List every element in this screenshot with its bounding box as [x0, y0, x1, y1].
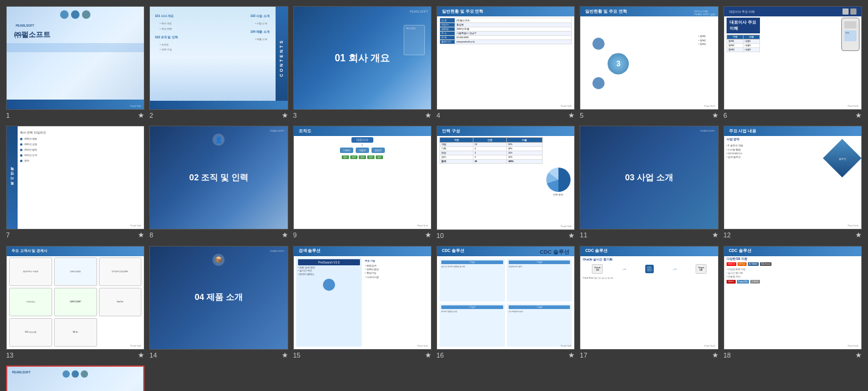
slide-star-9: ★: [425, 231, 432, 239]
slide-wrapper-1: PEARLSOFT ㈜펄소프트 Pearl Soft 1 ★: [6, 6, 144, 121]
slide-grid: PEARLSOFT ㈜펄소프트 Pearl Soft 1 ★ CONTENTS …: [6, 6, 862, 391]
slide-number-1: 1: [6, 112, 10, 119]
slide-wrapper-2: CONTENTS 101 사사 개요 • 회사 개요 • 주요 연혁 102 조…: [149, 6, 288, 121]
slide-star-7: ★: [138, 231, 144, 239]
slide-wrapper-17: CDC 솔루션 Oracle 실시간 동기화 OracleDB → CDC엔진 …: [580, 246, 718, 361]
slide-wrapper-12: 주요 사업 내용 사업 영역 • IT 솔루션 개발 • 시스템 통합 • 데이…: [724, 126, 862, 240]
slide-wrapper-18: CDC 솔루션 다양한 DB 지원 ORACLE MYSQL ALTIBASE …: [724, 246, 862, 361]
slide-number-11: 11: [580, 231, 587, 239]
slide-number-15: 15: [293, 352, 300, 359]
slide-number-9: 9: [293, 231, 297, 239]
slide-footer-11: 11 ★: [580, 229, 718, 240]
slide-1[interactable]: PEARLSOFT ㈜펄소프트 Pearl Soft: [6, 6, 144, 110]
slide-15[interactable]: 검색 솔루션 ProSearch V2.0 • 전문 검색 엔진• 실시간 색인…: [293, 246, 432, 350]
slide-wrapper-11: PEARLSOFT 03 사업 소개 11 ★: [580, 126, 718, 240]
slide-wrapper-13: 주요 고객사 및 관계사 충남대학교 의료원 강북삼성병원 한국방위산업진흥회 …: [6, 246, 144, 361]
slide-5[interactable]: 일반현황 및 주요 연혁 2015년 12월PEARL SOFT 설립 3 • …: [580, 6, 718, 110]
slide-footer-13: 13 ★: [6, 350, 144, 361]
slide-star-14: ★: [282, 351, 288, 359]
slide-footer-14: 14 ★: [149, 350, 288, 361]
slide-wrapper-4: 일반현황 및 주요 연혁 상 호(주)펄소프트 대표자홍길동 설립일2000년 …: [436, 6, 575, 121]
slide-17[interactable]: CDC 솔루션 Oracle 실시간 동기화 OracleDB → CDC엔진 …: [580, 246, 718, 350]
slide-star-13: ★: [138, 351, 144, 359]
slide-footer-6: 6 ★: [724, 110, 862, 121]
slide-18[interactable]: CDC 솔루션 다양한 DB 지원 ORACLE MYSQL ALTIBASE …: [724, 246, 862, 350]
slide-number-12: 12: [724, 231, 731, 239]
slide-star-2: ★: [282, 111, 288, 120]
slide-number-13: 13: [6, 352, 13, 359]
slide-wrapper-8: PEARLSOFT 👤 02 조직 및 인력 8 ★: [149, 126, 288, 240]
slide-star-8: ★: [282, 231, 288, 239]
slide-star-18: ★: [855, 351, 862, 359]
slide-star-4: ★: [568, 111, 575, 120]
slide-star-16: ★: [568, 351, 575, 359]
slide-number-2: 2: [149, 112, 153, 119]
slide-footer-2: 2 ★: [149, 110, 288, 121]
slide-3[interactable]: PEARLSOFT 01 회사 개요 회사개요: [293, 6, 432, 110]
slide-wrapper-7: 회사연혁 회사 연혁 타임라인 2000년 창립 2005년 성장 2010년 …: [6, 126, 144, 240]
slide-10[interactable]: 인력 구성 구분인원비율 개발1050% 기획420% 영업315% 관리315…: [436, 126, 575, 229]
slide-wrapper-5: 일반현황 및 주요 연혁 2015년 12월PEARL SOFT 설립 3 • …: [580, 6, 718, 121]
slide-19[interactable]: PEARLSOFT CONTACT ✉ 이메일info@pearl.co.kr …: [6, 365, 144, 391]
slide-wrapper-6: 대표이사 주요 이해 대표이사 주요 이해 구분내용 항목1내용1 항목2내용2…: [724, 6, 862, 121]
slide-11[interactable]: PEARLSOFT 03 사업 소개: [580, 126, 718, 229]
slide-number-14: 14: [149, 352, 157, 359]
slide-footer-3: 3 ★: [293, 110, 432, 121]
slide-number-5: 5: [580, 112, 583, 119]
slide-footer-15: 15 ★: [293, 350, 432, 361]
slide-footer-17: 17 ★: [580, 350, 718, 361]
slide-number-6: 6: [724, 112, 727, 119]
slide-footer-8: 8 ★: [149, 229, 288, 240]
slide-star-10: ★: [568, 231, 575, 240]
slide-wrapper-10: 인력 구성 구분인원비율 개발1050% 기획420% 영업315% 관리315…: [436, 126, 575, 240]
slide-star-6: ★: [855, 111, 862, 120]
slide-wrapper-9: 조직도 대표이사 기획부 개발부 영업부 팀1 팀2: [293, 126, 432, 240]
slide-wrapper-15: 검색 솔루션 ProSearch V2.0 • 전문 검색 엔진• 실시간 색인…: [293, 246, 432, 361]
slide-number-8: 8: [149, 231, 153, 239]
slide-number-17: 17: [580, 352, 587, 359]
slide-wrapper-16: CDC 솔루션 CDC 솔루션 기능1 실시간 데이터 변환 및 동기화 기능2…: [436, 246, 575, 361]
slide-12[interactable]: 주요 사업 내용 사업 영역 • IT 솔루션 개발 • 시스템 통합 • 데이…: [724, 126, 862, 229]
slide-number-4: 4: [436, 112, 440, 119]
slide-footer-18: 18 ★: [724, 350, 862, 361]
slide-footer-4: 4 ★: [436, 110, 575, 121]
slide-9[interactable]: 조직도 대표이사 기획부 개발부 영업부 팀1 팀2: [293, 126, 432, 229]
slide-wrapper-3: PEARLSOFT 01 회사 개요 회사개요 3 ★: [293, 6, 432, 121]
slide-star-1: ★: [138, 111, 144, 120]
slide-7[interactable]: 회사연혁 회사 연혁 타임라인 2000년 창립 2005년 성장 2010년 …: [6, 126, 144, 229]
slide-footer-16: 16 ★: [436, 350, 575, 361]
slide-number-10: 10: [436, 232, 444, 239]
slide-number-3: 3: [293, 112, 297, 119]
slide-star-5: ★: [712, 111, 719, 120]
slide-number-18: 18: [724, 352, 731, 359]
slide-star-12: ★: [855, 231, 862, 239]
slide-number-16: 16: [436, 352, 444, 359]
slide-footer-9: 9 ★: [293, 229, 432, 240]
slide-16[interactable]: CDC 솔루션 CDC 솔루션 기능1 실시간 데이터 변환 및 동기화 기능2…: [436, 246, 575, 350]
slide-2[interactable]: CONTENTS 101 사사 개요 • 회사 개요 • 주요 연혁 102 조…: [149, 6, 288, 110]
slide-star-3: ★: [425, 111, 432, 120]
slide-footer-12: 12 ★: [724, 229, 862, 240]
slide-footer-5: 5 ★: [580, 110, 718, 121]
slide-wrapper-14: PEARLSOFT 📦 04 제품 소개 14 ★: [149, 246, 288, 361]
slide-14[interactable]: PEARLSOFT 📦 04 제품 소개: [149, 246, 288, 350]
slide-star-11: ★: [712, 231, 719, 239]
slide-4[interactable]: 일반현황 및 주요 연혁 상 호(주)펄소프트 대표자홍길동 설립일2000년 …: [436, 6, 575, 110]
slide-8[interactable]: PEARLSOFT 👤 02 조직 및 인력: [149, 126, 288, 229]
slide-star-17: ★: [712, 351, 719, 359]
slide-footer-1: 1 ★: [6, 110, 144, 121]
slide-footer-7: 7 ★: [6, 229, 144, 240]
slide-wrapper-19: PEARLSOFT CONTACT ✉ 이메일info@pearl.co.kr …: [6, 365, 144, 391]
slide-star-15: ★: [425, 351, 432, 359]
slide-number-7: 7: [6, 231, 10, 239]
slide-6[interactable]: 대표이사 주요 이해 대표이사 주요 이해 구분내용 항목1내용1 항목2내용2…: [724, 6, 862, 110]
slide-13[interactable]: 주요 고객사 및 관계사 충남대학교 의료원 강북삼성병원 한국방위산업진흥회 …: [6, 246, 144, 350]
slide-footer-10: 10 ★: [436, 230, 575, 241]
